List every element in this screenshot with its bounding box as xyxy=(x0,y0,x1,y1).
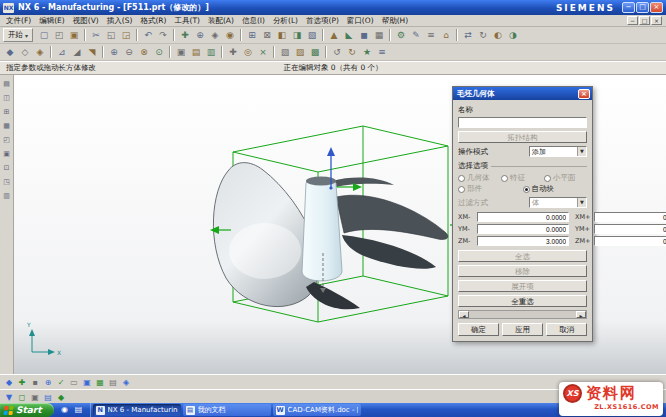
tool-icon[interactable]: ▣ xyxy=(81,376,93,388)
menu-item[interactable]: 信息(I) xyxy=(238,16,269,26)
tool-icon[interactable]: ▧ xyxy=(278,45,292,59)
tool-icon[interactable]: ▩ xyxy=(308,45,322,59)
scroll-left-icon[interactable]: ◂ xyxy=(459,311,469,318)
menu-item[interactable]: 帮助(H) xyxy=(378,16,413,26)
offset-input[interactable] xyxy=(594,236,666,246)
tool-icon[interactable]: ↶ xyxy=(141,28,155,42)
tool-icon[interactable]: ◰ xyxy=(52,28,66,42)
offset-input[interactable] xyxy=(594,224,666,234)
tool-icon[interactable]: ▼ xyxy=(3,391,15,403)
tool-icon[interactable]: ↻ xyxy=(345,45,359,59)
offset-input[interactable] xyxy=(594,212,666,222)
close-button[interactable]: × xyxy=(650,2,663,13)
scroll-track[interactable] xyxy=(469,311,576,318)
menu-item[interactable]: 窗口(O) xyxy=(343,16,378,26)
graphics-viewport[interactable]: X Y 毛坯几何体 × 名称 拓扑结构 操作模式 添加 xyxy=(14,75,666,374)
tool-icon[interactable]: ▥ xyxy=(1,190,12,201)
tool-icon[interactable]: ◫ xyxy=(1,92,12,103)
taskbar-task[interactable]: ▤我的文档 xyxy=(183,404,271,416)
filter-dropdown[interactable]: 体 ▼ xyxy=(529,197,587,208)
tool-icon[interactable]: ◆ xyxy=(3,376,15,388)
tool-icon[interactable]: ◣ xyxy=(342,28,356,42)
menu-item[interactable]: 编辑(E) xyxy=(35,16,69,26)
menu-item[interactable]: 工具(T) xyxy=(170,16,203,26)
menu-item[interactable]: 分析(L) xyxy=(269,16,302,26)
tool-icon[interactable]: ⊿ xyxy=(55,45,69,59)
dialog-scrollbar[interactable]: ◂ ▸ xyxy=(458,310,587,319)
tool-icon[interactable]: ◈ xyxy=(208,28,222,42)
tool-icon[interactable]: ▤ xyxy=(107,376,119,388)
tool-icon[interactable]: ▣ xyxy=(174,45,188,59)
tool-icon[interactable]: ▣ xyxy=(29,391,41,403)
tool-icon[interactable]: ⊖ xyxy=(122,45,136,59)
menu-item[interactable]: 格式(R) xyxy=(136,16,170,26)
tool-icon[interactable]: ↻ xyxy=(476,28,490,42)
tool-icon[interactable]: ◑ xyxy=(506,28,520,42)
restore-button[interactable]: □ xyxy=(636,2,649,13)
menu-item[interactable]: 文件(F) xyxy=(2,16,35,26)
tool-icon[interactable]: ▭ xyxy=(68,376,80,388)
scroll-right-icon[interactable]: ▸ xyxy=(576,311,586,318)
dialog-button[interactable]: 全重选 xyxy=(458,295,587,307)
tool-icon[interactable]: ⊕ xyxy=(193,28,207,42)
tool-icon[interactable]: ▤ xyxy=(189,45,203,59)
taskbar-task[interactable]: NNX 6 - Manufacturing... xyxy=(93,404,181,416)
tool-icon[interactable]: ▧ xyxy=(305,28,319,42)
tool-icon[interactable]: ↺ xyxy=(330,45,344,59)
radio-option[interactable]: 特征 xyxy=(501,173,544,183)
quick-launch-icon[interactable]: ▤ xyxy=(73,404,85,416)
tool-icon[interactable]: ⇄ xyxy=(461,28,475,42)
tool-icon[interactable]: ◻ xyxy=(16,391,28,403)
tool-icon[interactable]: ⚙ xyxy=(394,28,408,42)
start-menu-button[interactable]: 开始 ▾ xyxy=(3,28,33,42)
tool-icon[interactable]: ✎ xyxy=(409,28,423,42)
tool-icon[interactable]: ⊗ xyxy=(137,45,151,59)
offset-input[interactable] xyxy=(477,212,569,222)
tool-icon[interactable]: ≡ xyxy=(424,28,438,42)
tool-icon[interactable]: ▤ xyxy=(1,78,12,89)
tool-icon[interactable]: ◰ xyxy=(1,134,12,145)
tool-icon[interactable]: ★ xyxy=(360,45,374,59)
minimize-button[interactable]: − xyxy=(622,2,635,13)
tool-icon[interactable]: ▤ xyxy=(42,391,54,403)
tool-icon[interactable]: ▪ xyxy=(29,376,41,388)
tool-icon[interactable]: ◈ xyxy=(120,376,132,388)
tool-icon[interactable]: ◼ xyxy=(357,28,371,42)
tool-icon[interactable]: ▣ xyxy=(1,148,12,159)
tool-icon[interactable]: ✚ xyxy=(226,45,240,59)
tool-icon[interactable]: ▲ xyxy=(327,28,341,42)
tool-icon[interactable]: ◉ xyxy=(223,28,237,42)
tool-icon[interactable]: ▣ xyxy=(67,28,81,42)
tool-icon[interactable]: ↷ xyxy=(156,28,170,42)
tool-icon[interactable]: ◆ xyxy=(3,45,17,59)
tool-icon[interactable]: ✚ xyxy=(16,376,28,388)
dialog-button[interactable]: 展开项 xyxy=(458,280,587,292)
menu-item[interactable]: 插入(S) xyxy=(103,16,137,26)
tool-icon[interactable]: ▦ xyxy=(94,376,106,388)
tool-icon[interactable]: ⊠ xyxy=(260,28,274,42)
tool-icon[interactable]: ▥ xyxy=(204,45,218,59)
tool-icon[interactable]: ⌂ xyxy=(439,28,453,42)
tool-icon[interactable]: ▦ xyxy=(372,28,386,42)
tool-icon[interactable]: ✂ xyxy=(89,28,103,42)
dialog-button[interactable]: 移除 xyxy=(458,265,587,277)
tool-icon[interactable]: ◢ xyxy=(70,45,84,59)
radio-option[interactable]: 部件 xyxy=(458,184,523,194)
tool-icon[interactable]: ⊙ xyxy=(152,45,166,59)
tool-icon[interactable]: ⊕ xyxy=(107,45,121,59)
tool-icon[interactable]: ▦ xyxy=(1,120,12,131)
mode-dropdown[interactable]: 添加 ▼ xyxy=(529,146,587,157)
tool-icon[interactable]: ◎ xyxy=(241,45,255,59)
tool-icon[interactable]: ⊞ xyxy=(245,28,259,42)
tool-icon[interactable]: ◥ xyxy=(85,45,99,59)
dialog-title-bar[interactable]: 毛坯几何体 × xyxy=(453,87,592,100)
tool-icon[interactable]: ⊡ xyxy=(1,162,12,173)
tool-icon[interactable]: ◱ xyxy=(104,28,118,42)
name-input[interactable] xyxy=(458,117,587,128)
tool-icon[interactable]: ◐ xyxy=(491,28,505,42)
tool-icon[interactable]: × xyxy=(256,45,270,59)
menu-item[interactable]: 视图(V) xyxy=(69,16,103,26)
dialog-button[interactable]: 全选 xyxy=(458,250,587,262)
tool-icon[interactable]: ≡ xyxy=(375,45,389,59)
tool-icon[interactable]: ◲ xyxy=(119,28,133,42)
